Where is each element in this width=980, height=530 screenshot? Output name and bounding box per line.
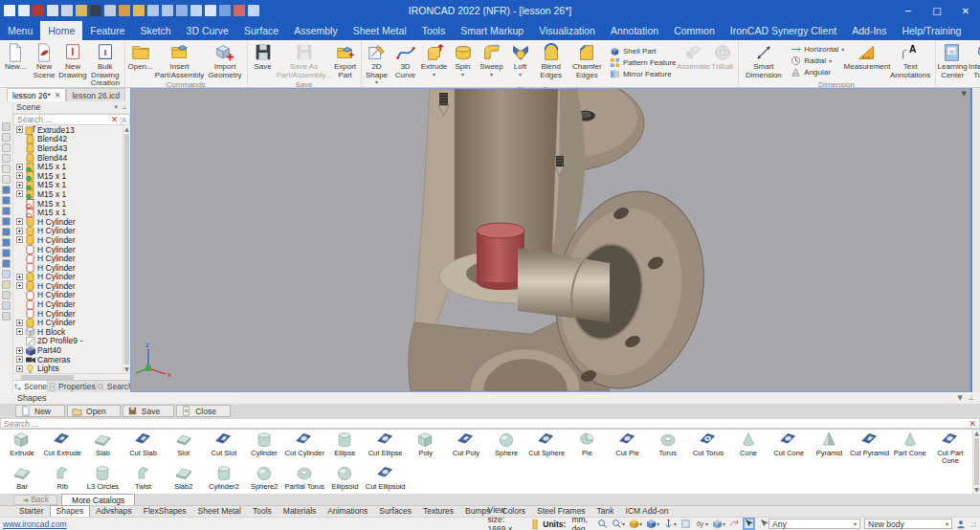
camera-gray-icon[interactable]: [2, 175, 11, 184]
new-scene-icon[interactable]: [33, 5, 44, 16]
ribbon-button-export-part[interactable]: Export Part: [331, 41, 360, 79]
menu-tab-assembly[interactable]: Assembly: [286, 21, 345, 40]
catalog-item-cut-cone[interactable]: Cut Cone: [768, 431, 809, 464]
catalog-item-poly[interactable]: Poly: [406, 431, 446, 464]
camera-gray-icon[interactable]: [2, 165, 11, 173]
catalog-tab-icm-add-on[interactable]: ICM Add-on: [620, 506, 675, 517]
render-realistic-icon[interactable]: [119, 5, 130, 16]
shapes-pin-icon[interactable]: ⊥: [969, 394, 974, 402]
cube-plain-icon[interactable]: [680, 519, 691, 529]
catalog-item-cut-torus[interactable]: Cut Torus: [688, 431, 728, 464]
ribbon-button-2d-shape[interactable]: 2D Shape▾: [363, 41, 391, 84]
close-tab-icon[interactable]: ✕: [55, 91, 61, 99]
save-icon[interactable]: [90, 5, 101, 16]
catalog-item-bar[interactable]: Bar: [2, 464, 42, 493]
expand-icon[interactable]: [16, 347, 23, 354]
red-cylinder[interactable]: [477, 223, 524, 290]
catalog-item-cut-pyramid[interactable]: Cut Pyramid: [850, 431, 890, 464]
document-tab[interactable]: lesson 26.icd: [66, 88, 125, 101]
more-catalogs-tab[interactable]: More Catalogs: [61, 494, 135, 505]
expand-icon[interactable]: [16, 365, 23, 372]
select-box-icon[interactable]: [744, 519, 754, 529]
cube-blue-icon[interactable]: [2, 238, 11, 247]
bulk-drawing-icon[interactable]: [61, 5, 73, 16]
expand-icon[interactable]: [16, 356, 23, 363]
panel-tab-search[interactable]: Search: [97, 381, 134, 392]
customize-toolbar-icon[interactable]: [248, 5, 259, 16]
expand-icon[interactable]: [16, 320, 23, 326]
catalog-tab-animations[interactable]: Animations: [322, 506, 373, 517]
ribbon-button-horizontal[interactable]: Horizontal▾: [791, 44, 844, 55]
expand-icon[interactable]: [16, 236, 23, 243]
ribbon-button-open-[interactable]: Open...: [126, 41, 155, 79]
catalog-tab-materials[interactable]: Materials: [278, 506, 322, 517]
scene-tree-hscrollbar[interactable]: [13, 373, 130, 380]
menu-tab-help-training[interactable]: Help/Training: [894, 21, 969, 40]
catalog-item-pyramid[interactable]: Pyramid: [809, 431, 849, 464]
zoom-icon[interactable]: [597, 519, 608, 529]
catalog-open-button[interactable]: Open: [67, 405, 121, 417]
catalog-item-sphere2[interactable]: Sphere2: [244, 464, 284, 493]
scene-search-clear-icon[interactable]: ✕: [111, 115, 119, 124]
scene-pin-icon[interactable]: ⊥: [122, 103, 127, 111]
cube-blue-icon[interactable]: [2, 217, 11, 226]
shapes-collapse-icon[interactable]: ▼: [958, 394, 963, 402]
expand-icon[interactable]: [16, 182, 23, 188]
expand-icon[interactable]: [16, 282, 23, 289]
scene-collapse-icon[interactable]: ▾: [114, 103, 118, 111]
app-menu-icon[interactable]: [4, 5, 15, 16]
dimension-mode-icon[interactable]: [190, 5, 202, 16]
catalog-tab-sheet-metal[interactable]: Sheet Metal: [192, 506, 247, 517]
catalog-item-ellipsoid[interactable]: Ellipsoid: [324, 464, 365, 493]
catalog-item-cut-poly[interactable]: Cut Poly: [446, 431, 486, 464]
table-view-icon[interactable]: [234, 5, 245, 16]
window-maximize-button[interactable]: □: [923, 0, 951, 21]
expand-icon[interactable]: [16, 172, 23, 179]
panel-tab-properties[interactable]: Properties: [48, 381, 97, 392]
ribbon-button-shell-part[interactable]: Shell Part: [610, 46, 677, 56]
menu-tab-sketch[interactable]: Sketch: [132, 21, 178, 40]
cube-blue-icon[interactable]: [2, 196, 11, 205]
tree-item-lights[interactable]: Lights: [16, 364, 122, 373]
menu-tab-sheet-metal[interactable]: Sheet Metal: [345, 21, 414, 40]
menu-tab-menu[interactable]: Menu: [0, 21, 40, 40]
select-cursor-icon[interactable]: [758, 519, 768, 529]
ribbon-button-sweep[interactable]: Sweep▾: [478, 41, 506, 84]
catalog-item-pie[interactable]: Pie: [567, 431, 607, 464]
menu-tab-tools[interactable]: Tools: [414, 21, 454, 40]
dots-icon[interactable]: [2, 122, 11, 131]
viewport-3d[interactable]: z x ▼: [130, 88, 970, 392]
expand-icon[interactable]: [16, 164, 23, 170]
cube-blue-icon[interactable]: [2, 207, 11, 215]
ribbon-button-mirror-feature[interactable]: Mirror Feature: [610, 69, 677, 79]
menu-tab-annotation[interactable]: Annotation: [603, 21, 666, 40]
menu-tab-surface[interactable]: Surface: [236, 21, 286, 40]
catalog-item-rib[interactable]: Rib: [42, 464, 82, 493]
cad-model[interactable]: z x: [131, 89, 969, 391]
catalog-item-cylinder[interactable]: Cylinder: [244, 431, 284, 464]
catalog-item-cut-cylinder[interactable]: Cut Cylinder: [284, 431, 324, 464]
open-icon[interactable]: [76, 5, 87, 16]
viewport-collapse-icon[interactable]: ▼: [962, 90, 967, 98]
scroll-down-icon[interactable]: ▼: [973, 486, 980, 494]
cube-blue-icon[interactable]: ▾: [646, 519, 659, 529]
menu-tab-visualization[interactable]: Visualization: [531, 21, 603, 40]
zoom-select-icon[interactable]: ▾: [612, 519, 625, 529]
catalog-tab-tank[interactable]: Tank: [591, 506, 620, 517]
catalog-item-cut-slab[interactable]: Cut Slab: [123, 431, 164, 464]
catalog-tab-tools[interactable]: Tools: [247, 506, 278, 517]
ribbon-button-3d-curve[interactable]: 3D Curve: [391, 41, 420, 84]
catalog-item-part-cone[interactable]: Part Cone: [890, 431, 930, 464]
ribbon-button-pattern-feature[interactable]: Pattern Feature: [610, 57, 677, 68]
print-icon[interactable]: [104, 5, 116, 16]
pencil-tool-icon[interactable]: [2, 280, 11, 289]
menu-tab-common[interactable]: Common: [666, 21, 723, 40]
catalog-item-extrude[interactable]: Extrude: [2, 431, 42, 464]
cube-blue-icon[interactable]: [2, 228, 11, 236]
new-drawing-icon[interactable]: [47, 5, 58, 16]
ribbon-button-learning-center[interactable]: WLearning Center: [937, 41, 969, 88]
ribbon-button-interactive-tutorial[interactable]: ?Interactive Tutorial: [969, 41, 980, 88]
catalog-tab-surfaces[interactable]: Surfaces: [373, 506, 417, 517]
ribbon-button-insert-part-assembly[interactable]: Insert Part/Assembly: [155, 41, 205, 79]
catalog-item-partial-torus[interactable]: Partial Torus: [284, 464, 324, 493]
